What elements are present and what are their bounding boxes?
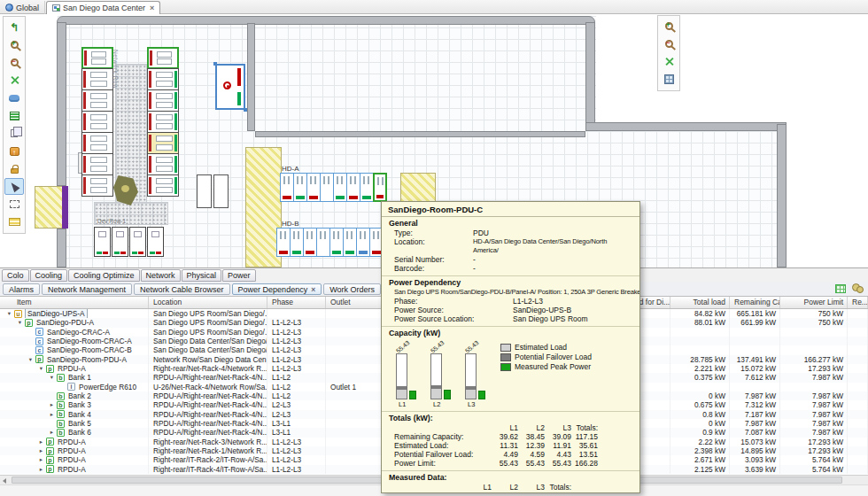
rack[interactable]: [81, 111, 113, 133]
panel-tab-power-dependency[interactable]: Power Dependency×: [232, 283, 322, 295]
lock-icon[interactable]: [4, 160, 24, 177]
view-tab-cooling[interactable]: Cooling: [30, 269, 68, 282]
rack[interactable]: [112, 227, 128, 257]
crac-unit[interactable]: [213, 174, 229, 208]
item-name[interactable]: Bank 2: [67, 391, 92, 400]
rack[interactable]: [81, 68, 113, 90]
expand-arrow-icon[interactable]: ▸: [37, 447, 45, 454]
collapse-arrow-icon[interactable]: ▾: [27, 356, 35, 363]
rack[interactable]: [356, 228, 370, 257]
view-tab-colo[interactable]: Colo: [2, 269, 29, 282]
column-header-Phase[interactable]: Phase: [267, 297, 326, 308]
rack[interactable]: [147, 153, 179, 175]
grid-view-icon[interactable]: [835, 284, 846, 293]
view-tab-cooling-optimize[interactable]: Cooling Optimize: [68, 269, 140, 282]
item-name[interactable]: Bank 5: [67, 419, 92, 428]
collapse-arrow-icon[interactable]: ▾: [16, 319, 24, 326]
close-icon[interactable]: ×: [150, 4, 154, 12]
item-name[interactable]: Bank 4: [67, 410, 92, 419]
item-name[interactable]: RPDU-A: [57, 455, 87, 464]
item-name[interactable]: SanDiego-Room-CRAC-A: [46, 337, 133, 345]
column-header-Remaining Ca...[interactable]: Remaining Ca...: [730, 297, 780, 308]
rack[interactable]: [329, 228, 344, 257]
rack[interactable]: [306, 173, 321, 202]
column-header-Item[interactable]: ˆItem: [0, 297, 149, 308]
expand-arrow-icon[interactable]: ▸: [37, 438, 45, 446]
panel-tab-alarms[interactable]: Alarms: [3, 283, 40, 295]
panel-tab-network-management[interactable]: Network Management: [42, 283, 132, 295]
rack[interactable]: [147, 111, 179, 133]
gears-icon[interactable]: [852, 283, 864, 293]
rack[interactable]: [333, 173, 347, 202]
view-tab-power[interactable]: Power: [222, 269, 256, 282]
column-header-Power Limit[interactable]: Power Limit: [780, 297, 848, 308]
rack[interactable]: [147, 89, 179, 112]
rack[interactable]: [276, 228, 291, 257]
rack[interactable]: [320, 173, 334, 202]
layers-icon[interactable]: [4, 107, 24, 124]
rack[interactable]: [290, 228, 304, 257]
pan-icon[interactable]: [4, 89, 24, 106]
rack[interactable]: [81, 174, 113, 197]
minimap-icon[interactable]: [659, 71, 678, 88]
rack[interactable]: [147, 174, 179, 197]
table-view-icon[interactable]: [4, 213, 24, 230]
item-name[interactable]: SanDiego-PDU-A: [35, 318, 95, 327]
rack[interactable]: [81, 89, 113, 112]
collapse-arrow-icon[interactable]: ▾: [37, 365, 45, 372]
expand-arrow-icon[interactable]: ▸: [48, 401, 56, 408]
view-tab-physical[interactable]: Physical: [182, 269, 222, 282]
item-name[interactable]: RPDU-A: [57, 465, 87, 474]
column-header-Location[interactable]: Location: [149, 297, 267, 308]
zoom-in-icon[interactable]: [659, 18, 678, 35]
rack[interactable]: [346, 173, 360, 202]
expand-arrow-icon[interactable]: ▸: [48, 429, 56, 436]
item-name[interactable]: SanDiego-UPS-A: [25, 309, 88, 318]
panel-tab-network-cable-browser[interactable]: Network Cable Browser: [134, 283, 230, 295]
zoom-in-icon[interactable]: [4, 36, 24, 53]
view-tab-network[interactable]: Network: [141, 269, 181, 282]
column-header-Total load[interactable]: Total load: [670, 297, 730, 308]
item-name[interactable]: Bank 3: [67, 400, 92, 409]
undo-arrow-icon[interactable]: [4, 19, 24, 35]
item-name[interactable]: PowerEdge R610: [78, 383, 137, 391]
rack[interactable]: [94, 227, 111, 257]
expand-arrow-icon[interactable]: ▸: [37, 456, 45, 463]
expand-arrow-icon[interactable]: ▸: [48, 411, 56, 418]
close-icon[interactable]: ×: [311, 285, 315, 294]
rack[interactable]: [81, 132, 113, 154]
rack[interactable]: [81, 153, 113, 175]
rack[interactable]: [147, 132, 179, 154]
rack[interactable]: [147, 227, 164, 257]
marquee-select-icon[interactable]: [4, 196, 24, 213]
rack[interactable]: [129, 227, 146, 257]
tab-san-diego-data-center[interactable]: San Diego Data Center ×: [46, 1, 160, 14]
column-header-Outlet[interactable]: Outlet: [326, 297, 383, 308]
collapse-arrow-icon[interactable]: ▾: [5, 310, 13, 317]
item-name[interactable]: SanDiego-Room-CRAC-B: [46, 345, 133, 354]
rack[interactable]: [81, 47, 113, 69]
publish-icon[interactable]: [4, 143, 24, 159]
zoom-out-icon[interactable]: [659, 35, 678, 52]
item-name[interactable]: Bank 6: [67, 428, 92, 437]
zoom-out-icon[interactable]: [4, 54, 24, 71]
panel-tab-work-orders[interactable]: Work Orders: [323, 283, 381, 295]
rack[interactable]: [343, 228, 357, 257]
scroll-left-icon[interactable]: [3, 478, 6, 484]
rack[interactable]: [360, 173, 374, 202]
rack[interactable]: [147, 68, 179, 90]
item-name[interactable]: RPDU-A: [57, 364, 87, 373]
rack[interactable]: [147, 47, 179, 69]
item-name[interactable]: Bank 1: [67, 373, 92, 382]
tab-global[interactable]: Global: [0, 1, 45, 14]
selected-equipment-panel[interactable]: [215, 64, 245, 110]
rack[interactable]: [280, 173, 294, 202]
expand-arrow-icon[interactable]: ▸: [37, 466, 45, 473]
select-cursor-icon[interactable]: [4, 178, 24, 195]
fit-view-icon[interactable]: [4, 72, 24, 89]
crac-unit[interactable]: [197, 174, 212, 208]
item-name[interactable]: SanDiego-CRAC-A: [46, 328, 111, 337]
rack[interactable]: [293, 173, 307, 202]
fit-view-icon[interactable]: [659, 53, 678, 70]
item-name[interactable]: RPDU-A: [57, 446, 87, 455]
